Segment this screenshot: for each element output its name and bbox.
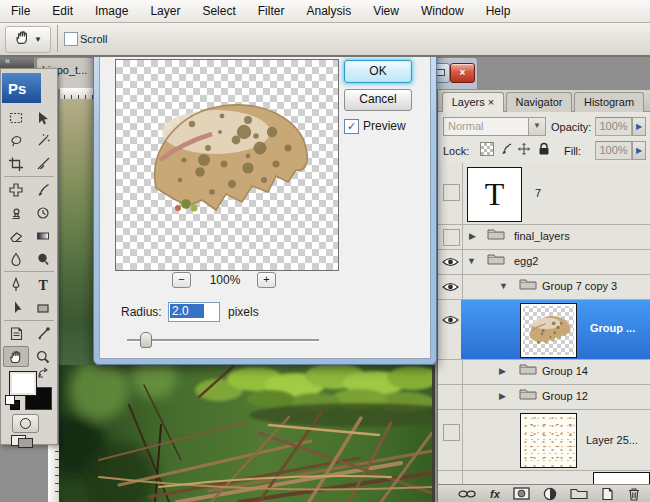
new-layer-icon[interactable] [601,487,614,501]
new-group-icon[interactable] [570,487,588,500]
foreground-color-swatch[interactable] [9,371,37,396]
expand-collapsed-icon[interactable]: ▶ [469,231,476,241]
blend-mode-select[interactable]: Normal ▼ [443,117,546,136]
menu-filter[interactable]: Filter [247,1,296,22]
lock-paint-icon[interactable] [499,142,513,160]
magic-wand-tool-icon[interactable] [30,130,56,151]
visibility-toggle[interactable] [443,184,460,201]
radius-input[interactable] [170,304,204,318]
path-selection-tool-icon[interactable] [3,297,29,318]
expand-expanded-icon[interactable]: ▼ [467,256,476,266]
layer-name[interactable]: final_layers [514,230,570,242]
menu-layer[interactable]: Layer [139,1,191,22]
cancel-button[interactable]: Cancel [344,89,412,111]
move-tool-icon[interactable] [30,107,56,128]
menu-edit[interactable]: Edit [41,1,84,22]
folder-icon [487,227,505,245]
layer-name[interactable]: Layer 25... [586,434,638,446]
radius-slider-thumb[interactable] [140,332,152,348]
pen-tool-icon[interactable] [3,274,29,295]
visibility-toggle[interactable] [443,424,460,441]
quick-mask-button[interactable] [12,414,39,433]
fill-spinner-icon[interactable]: ▶ [632,141,646,160]
layer-thumbnail-partial[interactable] [593,472,650,484]
lock-transparency-icon[interactable] [480,142,494,156]
eyedropper-tool-icon[interactable] [30,323,56,344]
delete-layer-icon[interactable] [627,487,641,501]
crop-tool-icon[interactable] [3,153,29,174]
zoom-in-button[interactable]: + [257,272,276,288]
blend-mode-value: Normal [448,120,483,132]
menu-view[interactable]: View [362,1,410,22]
tab-histogram[interactable]: Histogram [574,92,644,112]
preview-checkbox[interactable]: ✓ [344,119,359,134]
layer-style-icon[interactable]: fx [490,488,500,500]
layer-name[interactable]: Group 12 [542,390,588,402]
marquee-tool-icon[interactable] [3,107,29,128]
blur-tool-icon[interactable] [3,248,29,269]
layer-thumbnail-egg[interactable] [520,303,577,358]
swap-colors-icon[interactable] [37,365,51,383]
menu-analysis[interactable]: Analysis [295,1,362,22]
blur-preview-box[interactable] [115,59,339,271]
radius-slider-track[interactable] [127,339,319,342]
zoom-out-button[interactable]: − [172,272,191,288]
layer-name[interactable]: 7 [535,187,541,199]
hand-icon [14,29,31,50]
menu-window[interactable]: Window [410,1,475,22]
default-colors-icon[interactable] [5,395,15,405]
expand-collapsed-icon[interactable]: ▶ [499,366,506,376]
opacity-value[interactable]: 100% [595,117,632,136]
dodge-tool-icon[interactable] [30,248,56,269]
eraser-tool-icon[interactable] [3,225,29,246]
hand-tool-icon-selected[interactable] [3,346,29,367]
lasso-tool-icon[interactable] [3,130,29,151]
opacity-spinner-icon[interactable]: ▶ [632,117,646,136]
eye-icon[interactable] [442,279,459,291]
history-brush-tool-icon[interactable] [30,202,56,223]
tab-navigator[interactable]: Navigator [506,92,572,112]
tab-layers[interactable]: Layers × [442,92,504,112]
canvas-left-sliver[interactable] [59,99,96,365]
adjustment-layer-icon[interactable] [543,487,557,501]
notes-tool-icon[interactable] [3,323,29,344]
zoom-tool-icon[interactable] [30,346,56,367]
egg-preview-image [116,60,338,270]
chevron-down-icon[interactable]: ▼ [528,118,545,135]
menu-file[interactable]: File [0,1,41,22]
tab-close-icon[interactable]: × [488,96,494,108]
link-layers-icon[interactable] [458,489,477,499]
slice-tool-icon[interactable] [30,153,56,174]
expand-collapsed-icon[interactable]: ▶ [499,391,506,401]
visibility-toggle[interactable] [443,229,460,246]
screen-mode-button[interactable] [9,434,39,447]
brush-tool-icon[interactable] [30,179,56,200]
add-layer-mask-icon[interactable] [513,487,530,500]
layer-name[interactable]: Group ... [590,322,635,334]
layers-panel-bottom-bar: fx [438,484,650,502]
ok-button[interactable]: OK [344,60,412,83]
layer-thumbnail-speckle[interactable] [520,413,577,468]
layer-thumbnail-text[interactable]: T [467,167,522,222]
layer-name[interactable]: Group 7 copy 3 [542,280,617,292]
scroll-all-windows-checkbox[interactable] [64,32,78,46]
shape-tool-icon[interactable] [30,297,56,318]
fill-value[interactable]: 100% [595,141,632,160]
layer-name[interactable]: egg2 [514,255,538,267]
lock-all-icon[interactable] [538,142,550,160]
menu-image[interactable]: Image [84,1,139,22]
hand-tool-preset-button[interactable]: ▼ [5,26,51,53]
gradient-tool-icon[interactable] [30,225,56,246]
menu-help[interactable]: Help [475,1,522,22]
layer-name[interactable]: Group 14 [542,365,588,377]
document-close-button[interactable]: × [450,63,475,83]
expand-expanded-icon[interactable]: ▼ [499,281,508,291]
type-tool-icon[interactable]: T [30,274,56,295]
canvas-photo-nest[interactable] [59,365,435,502]
eye-icon[interactable] [442,254,459,266]
eye-icon[interactable] [442,312,459,324]
menu-select[interactable]: Select [191,1,246,22]
healing-brush-tool-icon[interactable] [3,179,29,200]
clone-stamp-tool-icon[interactable] [3,202,29,223]
lock-position-icon[interactable] [517,142,531,160]
